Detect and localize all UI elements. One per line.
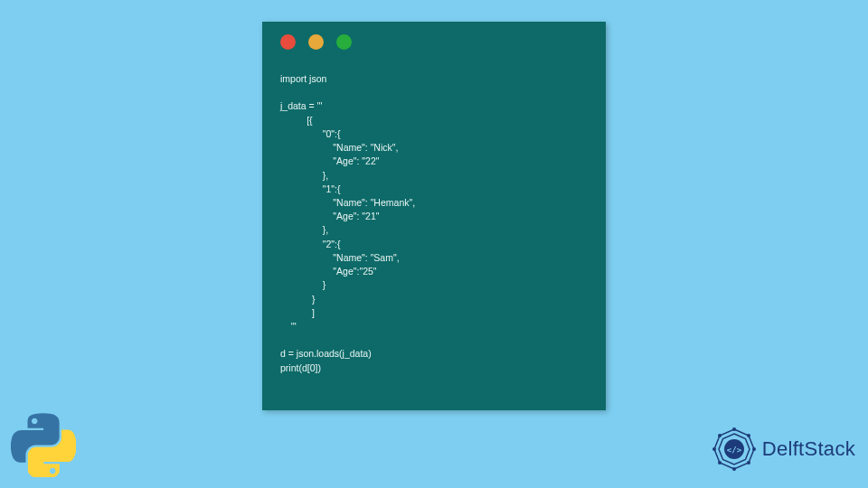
traffic-lights — [280, 34, 352, 50]
svg-point-11 — [718, 434, 722, 437]
svg-point-6 — [752, 447, 756, 451]
svg-point-4 — [732, 427, 736, 431]
delftstack-logo-icon: </> — [712, 427, 757, 472]
svg-point-8 — [732, 467, 736, 471]
minimize-icon — [308, 34, 324, 50]
svg-point-9 — [718, 461, 722, 465]
delftstack-branding: </> DelftStack — [712, 427, 855, 472]
python-logo-icon — [11, 412, 76, 477]
svg-point-10 — [712, 447, 716, 451]
maximize-icon — [336, 34, 352, 50]
code-window: import json j_data = ''' [{ "0":{ "Name"… — [262, 22, 606, 410]
code-content: import json j_data = ''' [{ "0":{ "Name"… — [280, 72, 588, 375]
svg-point-5 — [747, 434, 750, 437]
svg-point-7 — [747, 461, 750, 465]
close-icon — [280, 34, 296, 50]
delftstack-label: DelftStack — [762, 437, 855, 461]
svg-text:</>: </> — [727, 446, 742, 455]
